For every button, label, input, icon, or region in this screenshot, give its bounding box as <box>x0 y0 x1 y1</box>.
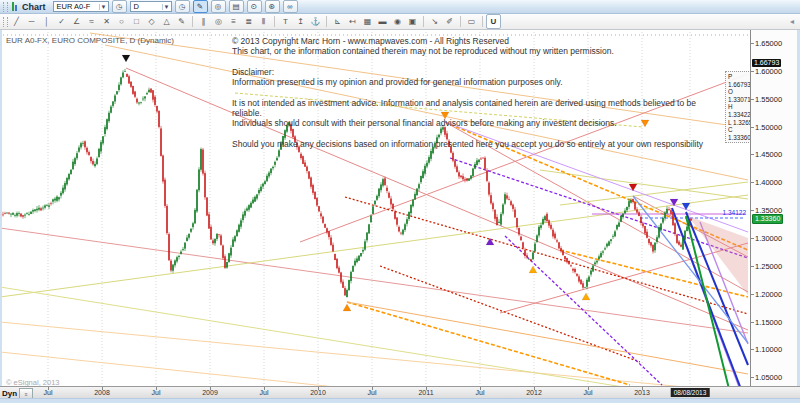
comment-tool-icon[interactable]: ▭ <box>464 14 479 29</box>
draw-mode-button[interactable]: ✎ <box>193 0 208 13</box>
price-axis[interactable]: 1.66793 1.33360 1.650001.600001.550001.5… <box>750 30 797 386</box>
callout-tool-icon[interactable]: ↥ <box>293 14 308 29</box>
pointer-tool-icon[interactable]: ✐ <box>442 14 457 29</box>
y-axis-tick-label: 1.40000 <box>755 178 782 187</box>
cycle-tool-icon[interactable]: ◉ <box>390 14 405 29</box>
interval-history-button[interactable]: ◷ <box>175 0 190 13</box>
x-axis-tick-label: 2011 <box>418 389 433 396</box>
toolbar-separator <box>192 16 193 27</box>
extend-left-tool-icon[interactable]: ↤ <box>345 14 360 29</box>
fib-extension-tool-icon[interactable]: ≣ <box>241 14 256 29</box>
toolbar-separator <box>326 16 327 27</box>
toolbar-separator <box>482 16 483 27</box>
y-axis-tick-mark <box>751 210 754 211</box>
settings-button[interactable]: ⊛ <box>265 0 280 13</box>
last-date-label: 08/08/2013 <box>671 388 710 397</box>
symbol-combo[interactable]: EUR A0-F ▼ <box>53 1 109 12</box>
zigzag-tool-icon[interactable]: ≈ <box>84 14 99 29</box>
window-left-edge <box>0 30 2 398</box>
y-axis-tick-mark <box>751 127 754 128</box>
chart-symbol-label: EUR A0-FX, EURO COMPOSITE, D (Dynamic) <box>6 36 174 45</box>
titlebar-grip[interactable] <box>3 2 8 12</box>
window-title: Chart <box>22 2 46 12</box>
y-axis-tick-label: 1.10000 <box>755 345 782 354</box>
arrow-marker-tool-icon[interactable]: ↘ <box>427 14 442 29</box>
date-axis[interactable]: Dyn ≡ 08/08/2013 Jul2008Jul2009Jul2010Ju… <box>0 386 800 398</box>
x-axis-tick-label: 2012 <box>526 389 542 396</box>
link-button[interactable]: ∞ <box>283 0 298 13</box>
y-axis-tick-mark <box>751 377 754 378</box>
ellipse-tool-icon[interactable]: ○ <box>114 14 129 29</box>
y-axis-tick-mark <box>751 349 754 350</box>
x-axis-tick-label: Jul <box>368 389 377 396</box>
anchor-tool-icon[interactable]: ⚓ <box>308 14 323 29</box>
gann-angle-tool-icon[interactable]: ⊾ <box>330 14 345 29</box>
interval-combo-value: D <box>134 2 139 11</box>
chart-window: Chart EUR A0-F ▼ ◷ D ▼ ◷✎◎▤⊙⊛∞ ╱─│✓∠≈✕○□… <box>0 0 800 403</box>
up-triangle-marker[interactable] <box>529 266 537 273</box>
x-axis-tick-label: Jul <box>152 389 161 396</box>
session-high-label: 1.66793 <box>752 59 781 67</box>
grid-tool-icon[interactable]: ▦ <box>360 14 375 29</box>
chevron-down-icon[interactable]: ▼ <box>162 4 170 10</box>
x-axis-tick-label: Jul <box>260 389 269 396</box>
symbol-history-button[interactable]: ◷ <box>112 0 127 13</box>
alert-price-label: 1.34122 <box>704 209 746 216</box>
y-axis-tick-mark <box>751 154 754 155</box>
y-axis-tick-label: 1.55000 <box>755 95 782 104</box>
y-axis-tick-label: 1.45000 <box>755 150 782 159</box>
studies-button[interactable]: ◎ <box>211 0 226 13</box>
toolbar-grip[interactable] <box>3 17 8 27</box>
y-axis-tick-mark <box>751 238 754 239</box>
ray-tool-icon[interactable]: ✓ <box>54 14 69 29</box>
rhombus-tool-icon[interactable]: ◇ <box>144 14 159 29</box>
text-tool-icon[interactable]: T <box>278 14 293 29</box>
x-axis-tick-label: 2013 <box>634 389 650 396</box>
y-axis-tick-label: 1.20000 <box>755 290 782 299</box>
interval-combo[interactable]: D ▼ <box>130 1 172 12</box>
y-axis-tick-mark <box>751 266 754 267</box>
down-triangle-marker[interactable] <box>122 55 130 62</box>
y-axis-tick-label: 1.05000 <box>755 373 782 382</box>
y-axis-tick-label: 1.25000 <box>755 262 782 271</box>
chart-window-icon <box>12 2 17 11</box>
up-triangle-marker[interactable] <box>486 238 494 245</box>
toolbar-collapse-icon[interactable]: ◂ <box>790 17 794 26</box>
down-triangle-marker[interactable] <box>629 184 637 191</box>
alerts-button[interactable]: ⊙ <box>247 0 262 13</box>
x-axis-tick-label: 2008 <box>94 389 110 396</box>
projection-tool-icon[interactable]: ▣ <box>405 14 420 29</box>
symbol-combo-value: EUR A0-F <box>57 2 91 11</box>
horizontal-line-tool-icon[interactable]: ─ <box>24 14 39 29</box>
fib-circle-tool-icon[interactable]: ◎ <box>211 14 226 29</box>
parallel-channel-tool-icon[interactable]: ∥ <box>196 14 211 29</box>
rectangle-tool-icon[interactable]: □ <box>129 14 144 29</box>
triangle-tool-icon[interactable]: △ <box>159 14 174 29</box>
trendline-tool-icon[interactable]: ╱ <box>9 14 24 29</box>
titlebar: Chart EUR A0-F ▼ ◷ D ▼ ◷✎◎▤⊙⊛∞ <box>0 0 800 14</box>
dyn-label: Dyn <box>2 389 17 398</box>
y-axis-tick-mark <box>751 322 754 323</box>
y-axis-tick-mark <box>751 99 754 100</box>
y-axis-tick-mark <box>751 182 754 183</box>
underline-tool-icon[interactable]: U <box>486 14 501 29</box>
angle-tool-icon[interactable]: ∠ <box>69 14 84 29</box>
y-axis-tick-mark <box>751 294 754 295</box>
up-triangle-marker[interactable] <box>343 304 351 311</box>
chevron-down-icon[interactable]: ▼ <box>99 4 107 10</box>
y-axis-tick-mark <box>751 71 754 72</box>
cross-tool-icon[interactable]: ✕ <box>99 14 114 29</box>
y-axis-tick-label: 1.15000 <box>755 318 782 327</box>
fib-retracement-tool-icon[interactable]: ≡ <box>226 14 241 29</box>
x-axis-tick-label: Jul <box>584 389 593 396</box>
x-axis-tick-label: Jul <box>44 389 53 396</box>
y-axis-tick-label: 1.30000 <box>755 234 782 243</box>
brush-tool-icon[interactable]: ✎ <box>174 14 189 29</box>
up-triangle-marker[interactable] <box>582 293 590 300</box>
band-tool-icon[interactable]: ▬ <box>375 14 390 29</box>
notes-button[interactable]: ▤ <box>229 0 244 13</box>
y-axis-tick-label: 1.50000 <box>755 123 782 132</box>
y-axis-tick-label: 1.65000 <box>755 39 782 48</box>
vertical-line-tool-icon[interactable]: │ <box>39 14 54 29</box>
fib-timezone-tool-icon[interactable]: ⦀ <box>256 14 271 29</box>
